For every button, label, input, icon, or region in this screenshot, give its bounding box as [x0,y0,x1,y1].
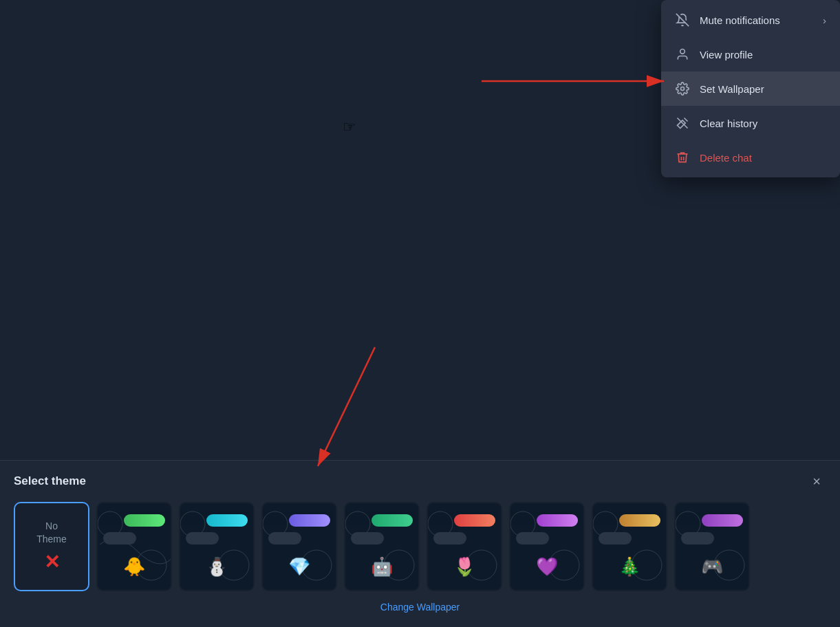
svg-line-6 [318,347,375,466]
theme-card-chick[interactable]: 🐥 [96,502,172,591]
no-theme-label: NoTheme [36,520,67,544]
menu-item-mute[interactable]: Mute notifications › [661,3,840,37]
menu-item-delete-chat-label: Delete chat [700,152,752,164]
tulip-emoji: 🌷 [453,556,475,578]
theme-card-robot[interactable]: 🤖 [344,502,420,591]
svg-line-0 [676,14,689,26]
themes-row: NoTheme ✕ 🐥 ⛄ [14,502,826,591]
menu-item-clear-history[interactable]: Clear history [661,106,840,140]
theme-card-snowman[interactable]: ⛄ [179,502,255,591]
svg-point-1 [680,50,685,54]
menu-item-view-profile-label: View profile [700,49,753,60]
person-icon [675,47,690,62]
theme-card-tulip[interactable]: 🌷 [427,502,502,591]
robot-emoji: 🤖 [371,556,393,578]
tree-emoji: 🎄 [618,556,640,578]
theme-panel-title: Select theme [14,474,86,488]
menu-item-set-wallpaper[interactable]: Set Wallpaper [661,72,840,106]
context-menu: Mute notifications › View profile Set Wa… [661,0,840,177]
theme-panel: Select theme × NoTheme ✕ 🐥 ⛄ [0,460,840,627]
snowman-emoji: ⛄ [206,556,228,578]
theme-card-tree[interactable]: 🎄 [592,502,667,591]
menu-item-view-profile[interactable]: View profile [661,37,840,72]
menu-item-set-wallpaper-label: Set Wallpaper [700,83,764,95]
bell-slash-icon [675,12,690,28]
theme-panel-close-button[interactable]: × [807,472,826,491]
theme-card-gamepad[interactable]: 🎮 [674,502,750,591]
no-theme-x-icon: ✕ [44,551,60,573]
diamond-emoji: 💎 [288,556,310,578]
heart-emoji: 💜 [536,556,558,578]
theme-card-diamond[interactable]: 💎 [261,502,337,591]
chick-emoji: 🐥 [123,556,145,578]
change-wallpaper-link[interactable]: Change Wallpaper [380,602,460,613]
chevron-right-icon: › [823,14,826,26]
trash-icon [675,150,690,165]
theme-card-no-theme[interactable]: NoTheme ✕ [14,502,89,591]
change-wallpaper-row: Change Wallpaper [14,601,826,613]
menu-item-mute-label: Mute notifications [700,14,780,26]
menu-item-clear-history-label: Clear history [700,118,757,129]
theme-card-heart[interactable]: 💜 [509,502,585,591]
cursor: ☞ [343,118,356,136]
svg-point-2 [681,87,685,91]
wallpaper-icon [675,81,690,96]
menu-item-delete-chat[interactable]: Delete chat [661,140,840,175]
gamepad-emoji: 🎮 [701,556,723,578]
theme-panel-header: Select theme × [14,472,826,491]
broom-icon [675,116,690,131]
